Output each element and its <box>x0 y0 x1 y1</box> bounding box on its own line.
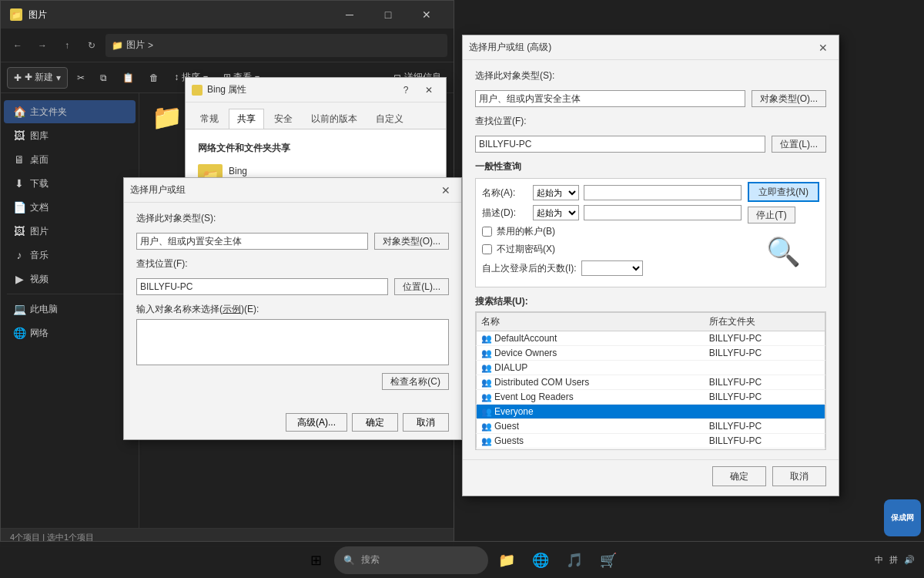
sidebar-label-videos: 视频 <box>30 273 49 286</box>
results-scroll[interactable]: 名称 所在文件夹 👥DefaultAccountBILLYFU-PC👥Devic… <box>475 311 826 450</box>
small-check-btn[interactable]: 检查名称(C) <box>382 373 449 390</box>
paste-button[interactable]: 📋 <box>116 67 140 89</box>
sidebar-item-home[interactable]: 🏠 主文件夹 <box>4 100 136 123</box>
large-obj-type-label-row: 选择此对象类型(S): <box>475 69 826 82</box>
tab-security[interactable]: 安全 <box>266 109 301 129</box>
table-row[interactable]: 👥Device OwnersBILLYFU-PC <box>477 346 825 361</box>
maximize-button[interactable]: □ <box>370 2 406 27</box>
large-obj-type-btn[interactable]: 对象类型(O)... <box>752 90 826 107</box>
small-location-btn[interactable]: 位置(L)... <box>394 278 449 295</box>
small-dlg-titlebar: 选择用户或组 ✕ <box>124 178 461 203</box>
sidebar-item-videos[interactable]: ▶ 视频 <box>4 267 136 291</box>
small-location-input[interactable] <box>136 278 388 295</box>
small-dlg-footer: 高级(A)... 确定 取消 <box>124 407 461 439</box>
table-row[interactable]: 👥GuestBILLYFU-PC <box>477 419 825 434</box>
refresh-button[interactable]: ↻ <box>81 35 102 56</box>
videos-icon: ▶ <box>13 273 25 285</box>
table-row[interactable]: 👥DIALUP <box>477 361 825 375</box>
delete-icon: 🗑 <box>149 72 159 83</box>
stop-btn[interactable]: 停止(T) <box>748 207 795 223</box>
non-expiry-checkbox[interactable] <box>482 244 492 254</box>
sidebar-item-pictures[interactable]: 🖼 图片 <box>4 220 136 243</box>
small-object-type-btn[interactable]: 对象类型(O)... <box>374 233 449 250</box>
sidebar-item-pc[interactable]: 💻 此电脑 <box>4 297 136 321</box>
table-row[interactable]: 👥Event Log ReadersBILLYFU-PC <box>477 390 825 405</box>
large-dlg-close[interactable]: ✕ <box>814 39 832 56</box>
table-row[interactable]: 👥DefaultAccountBILLYFU-PC <box>477 331 825 346</box>
tab-general[interactable]: 常规 <box>192 109 227 129</box>
tab-share[interactable]: 共享 <box>229 109 264 129</box>
sidebar-item-gallery[interactable]: 🖼 图库 <box>4 124 136 147</box>
bing-props-help[interactable]: ? <box>395 82 417 99</box>
copy-icon: ⧉ <box>100 72 107 83</box>
taskbar-music[interactable]: 🎵 <box>559 545 590 576</box>
sidebar-divider <box>7 294 132 294</box>
desc-filter-input[interactable] <box>584 205 742 220</box>
disabled-account-row: 禁用的帐户(B) <box>482 225 742 238</box>
taskbar-store[interactable]: 🛒 <box>593 545 624 576</box>
delete-button[interactable]: 🗑 <box>143 67 165 89</box>
minimize-button[interactable]: ─ <box>332 2 367 27</box>
breadcrumb[interactable]: 📁 图片 > <box>105 34 447 57</box>
large-obj-type-input[interactable] <box>475 90 745 107</box>
breadcrumb-text: 📁 <box>112 40 123 51</box>
sidebar-item-music[interactable]: ♪ 音乐 <box>4 244 136 267</box>
sidebar-label-music: 音乐 <box>30 249 49 262</box>
small-object-type-input[interactable] <box>136 233 368 250</box>
bing-props-close[interactable]: ✕ <box>418 82 440 99</box>
disabled-account-checkbox[interactable] <box>482 227 492 237</box>
days-row: 自上次登录后的天数(I): <box>482 260 742 276</box>
bing-props-icon <box>192 85 203 96</box>
small-object-type-row: 选择此对象类型(S): <box>136 212 449 225</box>
documents-icon: 📄 <box>13 201 25 213</box>
large-loc-label: 查找位置(F): <box>475 115 527 128</box>
table-row[interactable]: 👥Distributed COM UsersBILLYFU-PC <box>477 375 825 390</box>
name-filter-input[interactable] <box>584 185 742 200</box>
small-name-input[interactable] <box>136 319 449 365</box>
desktop-icon: 🖥 <box>13 153 25 166</box>
name-filter-select[interactable]: 起始为 <box>533 185 579 200</box>
tab-previous[interactable]: 以前的版本 <box>303 109 366 129</box>
back-button[interactable]: ← <box>7 35 28 56</box>
sidebar-item-network[interactable]: 🌐 网络 <box>4 321 136 344</box>
table-row[interactable]: 👥Everyone <box>477 405 825 419</box>
sidebar-item-desktop[interactable]: 🖥 桌面 <box>4 148 136 171</box>
sidebar-label-downloads: 下载 <box>30 177 49 190</box>
general-query-area: 立即查找(N) 停止(T) 🔍 名称(A): 起始为 描述(D): 起始为 <box>475 178 826 287</box>
forward-button[interactable]: → <box>32 35 53 56</box>
start-button[interactable]: ⊞ <box>300 545 331 576</box>
table-row[interactable]: 👥Hyper-V AdministratorsBILLYFU-PC <box>477 449 825 451</box>
table-row[interactable]: 👥GuestsBILLYFU-PC <box>477 434 825 449</box>
small-ok-btn[interactable]: 确定 <box>352 413 398 432</box>
folder-icon: 📁 <box>152 102 182 132</box>
small-advanced-btn[interactable]: 高级(A)... <box>286 413 347 432</box>
bing-props-title: Bing 属性 <box>207 83 390 96</box>
copy-button[interactable]: ⧉ <box>94 67 113 89</box>
taskbar-search[interactable]: 🔍 搜索 <box>334 546 488 574</box>
close-button[interactable]: ✕ <box>409 2 444 27</box>
large-loc-btn[interactable]: 位置(L)... <box>772 136 826 153</box>
result-name: 👥Everyone <box>477 405 705 419</box>
sidebar-item-downloads[interactable]: ⬇ 下载 <box>4 172 136 195</box>
results-table: 名称 所在文件夹 👥DefaultAccountBILLYFU-PC👥Devic… <box>476 312 825 450</box>
search-icon: 🔍 <box>748 236 819 268</box>
small-cancel-btn[interactable]: 取消 <box>403 413 449 432</box>
large-cancel-btn[interactable]: 取消 <box>772 466 826 486</box>
up-button[interactable]: ↑ <box>56 35 78 56</box>
sidebar-label-home: 主文件夹 <box>30 106 67 119</box>
search-label: 搜索 <box>361 553 380 566</box>
taskbar-explorer[interactable]: 📁 <box>491 545 522 576</box>
sidebar-item-documents[interactable]: 📄 文档 <box>4 196 136 219</box>
large-loc-input[interactable] <box>475 136 765 153</box>
taskbar-browser[interactable]: 🌐 <box>525 545 556 576</box>
tab-customize[interactable]: 自定义 <box>367 109 412 129</box>
large-ok-btn[interactable]: 确定 <box>712 466 766 486</box>
search-btn-area: 立即查找(N) 停止(T) 🔍 <box>748 182 819 268</box>
small-dlg-close[interactable]: ✕ <box>437 182 455 199</box>
small-dlg-body: 选择此对象类型(S): 对象类型(O)... 查找位置(F): 位置(L)...… <box>124 203 461 407</box>
search-now-btn[interactable]: 立即查找(N) <box>748 182 819 202</box>
new-button[interactable]: ✚ ✚ 新建 ▾ <box>7 67 68 89</box>
desc-filter-select[interactable]: 起始为 <box>533 205 579 220</box>
cut-button[interactable]: ✂ <box>71 67 91 89</box>
days-select[interactable] <box>581 260 643 276</box>
